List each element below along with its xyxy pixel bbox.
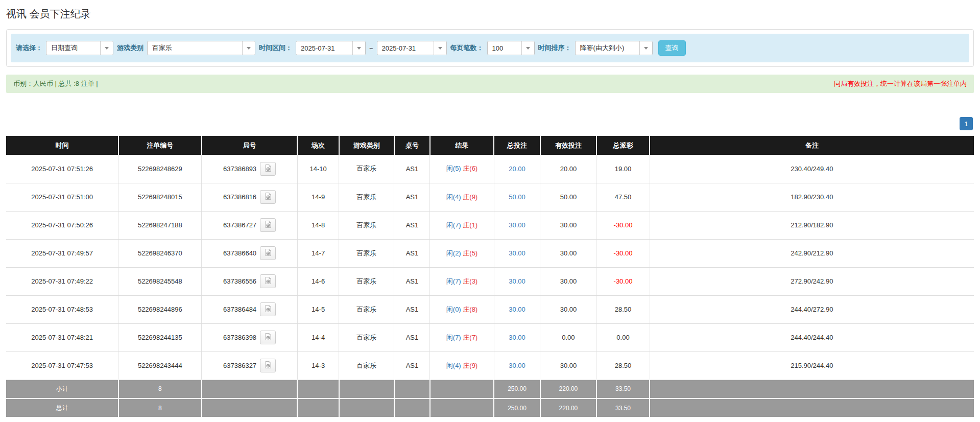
cell-bet-id: 522698244896 xyxy=(118,295,202,323)
caret-down-icon xyxy=(105,47,109,50)
cell-time: 2025-07-31 07:51:00 xyxy=(6,183,118,211)
video-record-button[interactable] xyxy=(260,274,276,288)
total-bet-link[interactable]: 30.00 xyxy=(509,221,525,229)
date-from-dropdown-button[interactable] xyxy=(352,41,365,55)
cell-result: 闲(7) 庄(1) xyxy=(430,211,494,239)
total-bet-link[interactable]: 20.00 xyxy=(509,165,525,173)
cell-result: 闲(2) 庄(5) xyxy=(430,239,494,267)
cell-table-number: AS1 xyxy=(394,323,430,351)
cell-total-bet: 20.00 xyxy=(494,155,540,183)
column-header-2: 局号 xyxy=(202,136,298,155)
cell-bet-id: 522698243444 xyxy=(118,351,202,380)
cell-remark: 244.40/244.40 xyxy=(650,323,974,351)
video-record-icon xyxy=(264,276,272,286)
caret-down-icon xyxy=(247,47,251,50)
cell-game-type: 百家乐 xyxy=(339,267,394,295)
round-number: 637386556 xyxy=(223,277,256,285)
cell-session: 14-4 xyxy=(297,323,339,351)
total-bet-link[interactable]: 30.00 xyxy=(509,306,525,313)
result-player: 闲(4) xyxy=(446,362,461,369)
column-header-9: 总派彩 xyxy=(596,136,650,155)
cell-session: 14-3 xyxy=(297,351,339,380)
result-banker: 庄(6) xyxy=(463,165,477,172)
cell-result: 闲(0) 庄(8) xyxy=(430,295,494,323)
result-player: 闲(0) xyxy=(446,306,461,313)
date-from-value: 2025-07-31 xyxy=(296,41,352,55)
cell-game-type: 百家乐 xyxy=(339,239,394,267)
cell-round-id: 637386484 xyxy=(202,295,298,323)
per-page-label: 每页笔数： xyxy=(450,43,484,53)
video-record-button[interactable] xyxy=(260,331,276,344)
video-record-button[interactable] xyxy=(260,162,276,176)
cell-time: 2025-07-31 07:48:53 xyxy=(6,295,118,323)
cell-game-type: 百家乐 xyxy=(339,295,394,323)
cell-round-id: 637386727 xyxy=(202,211,298,239)
caret-down-icon xyxy=(526,47,530,50)
video-record-button[interactable] xyxy=(260,246,276,260)
cell-total-bet: 30.00 xyxy=(494,211,540,239)
cell-session: 14-7 xyxy=(297,239,339,267)
total-bet-link[interactable]: 30.00 xyxy=(509,249,525,257)
game-type-select-value: 百家乐 xyxy=(148,41,242,55)
sort-select-dropdown-button[interactable] xyxy=(639,41,652,55)
date-to-dropdown-button[interactable] xyxy=(434,41,446,55)
cell-valid-bet: 50.00 xyxy=(540,183,596,211)
date-range-separator: ~ xyxy=(369,44,373,52)
cell-session: 14-9 xyxy=(297,183,339,211)
total-bet-link[interactable]: 30.00 xyxy=(509,334,525,341)
mode-select[interactable]: 日期查询 xyxy=(46,41,113,55)
subtotal-row: 小计8250.00220.0033.50 xyxy=(6,380,974,398)
total-bet-link[interactable]: 50.00 xyxy=(509,193,525,201)
per-page-select[interactable]: 100 xyxy=(487,41,535,55)
cell-round-id: 637386893 xyxy=(202,155,298,183)
cell-game-type: 百家乐 xyxy=(339,211,394,239)
cell-time: 2025-07-31 07:51:26 xyxy=(6,155,118,183)
video-record-icon xyxy=(264,361,272,370)
cell-payout: -30.00 xyxy=(596,267,650,295)
video-record-icon xyxy=(264,220,272,230)
footer-payout: 33.50 xyxy=(596,380,650,398)
sort-select[interactable]: 降幂(由大到小) xyxy=(575,41,653,55)
date-from-picker[interactable]: 2025-07-31 xyxy=(296,41,366,55)
summary-currency-count: 币别：人民币 | 总共 :8 注单 | xyxy=(13,79,98,88)
footer-payout: 33.50 xyxy=(596,398,650,417)
total-bet-link[interactable]: 30.00 xyxy=(509,362,525,369)
cell-session: 14-8 xyxy=(297,211,339,239)
video-record-button[interactable] xyxy=(260,359,276,372)
cell-total-bet: 30.00 xyxy=(494,323,540,351)
cell-valid-bet: 30.00 xyxy=(540,295,596,323)
table-row: 2025-07-31 07:48:21522698244135637386398… xyxy=(6,323,974,351)
total-bet-link[interactable]: 30.00 xyxy=(509,277,525,285)
cell-game-type: 百家乐 xyxy=(339,183,394,211)
search-button[interactable]: 查询 xyxy=(658,40,686,56)
video-record-button[interactable] xyxy=(260,190,276,204)
video-record-icon xyxy=(264,248,272,258)
footer-total-bet: 250.00 xyxy=(494,398,540,417)
result-banker: 庄(9) xyxy=(463,193,477,201)
video-record-button[interactable] xyxy=(260,218,276,232)
cell-payout: -30.00 xyxy=(596,239,650,267)
round-number: 637386640 xyxy=(223,249,256,257)
cell-remark: 244.40/272.90 xyxy=(650,295,974,323)
game-type-select[interactable]: 百家乐 xyxy=(147,41,255,55)
footer-label: 总计 xyxy=(6,398,118,417)
cell-total-bet: 30.00 xyxy=(494,239,540,267)
cell-time: 2025-07-31 07:47:53 xyxy=(6,351,118,380)
cell-valid-bet: 30.00 xyxy=(540,211,596,239)
mode-select-dropdown-button[interactable] xyxy=(100,41,113,55)
pagination-page-1-button[interactable]: 1 xyxy=(960,117,973,130)
cell-result: 闲(4) 庄(9) xyxy=(430,351,494,380)
game-type-select-dropdown-button[interactable] xyxy=(242,41,255,55)
filter-bar: 请选择： 日期查询 游戏类别 百家乐 时间区间： 2025-07-31 ~ 20… xyxy=(11,34,969,62)
video-record-button[interactable] xyxy=(260,302,276,316)
caret-down-icon xyxy=(357,47,361,50)
caret-down-icon xyxy=(438,47,442,50)
cell-remark: 215.90/244.40 xyxy=(650,351,974,380)
cell-payout: 19.00 xyxy=(596,155,650,183)
cell-remark: 182.90/230.40 xyxy=(650,183,974,211)
cell-result: 闲(7) 庄(7) xyxy=(430,323,494,351)
cell-table-number: AS1 xyxy=(394,155,430,183)
date-to-picker[interactable]: 2025-07-31 xyxy=(377,41,447,55)
per-page-select-dropdown-button[interactable] xyxy=(521,41,534,55)
video-record-icon xyxy=(264,192,272,202)
